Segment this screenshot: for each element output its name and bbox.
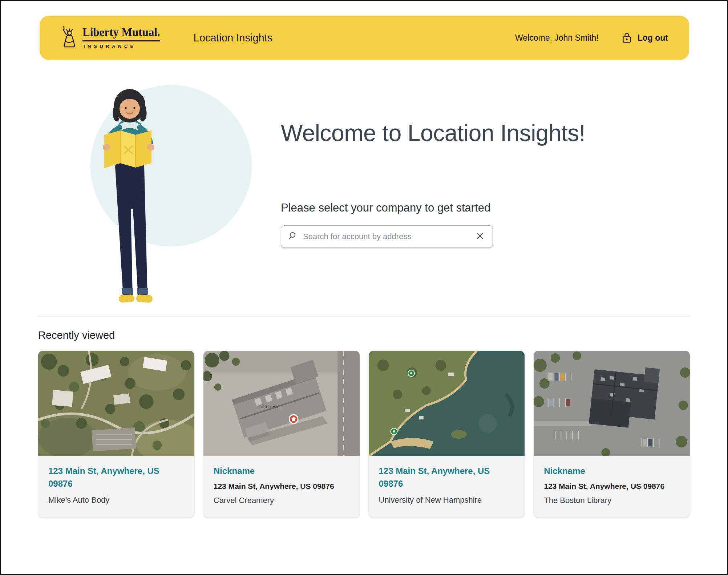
property-name: The Boston Library bbox=[544, 496, 680, 505]
recently-viewed-title: Recently viewed bbox=[38, 329, 690, 341]
app-title: Location Insights bbox=[194, 32, 273, 44]
map-marker-icon bbox=[391, 428, 397, 435]
hero-title: Welcome to Location Insights! bbox=[281, 120, 677, 147]
search-input[interactable] bbox=[302, 232, 469, 242]
brand-name: Liberty Mutual. bbox=[82, 27, 160, 41]
property-card[interactable]: Nickname 123 Main St, Anywhere, US 09876… bbox=[534, 351, 690, 518]
recently-viewed-section: Recently viewed bbox=[1, 329, 727, 518]
property-nickname-link[interactable]: Nickname bbox=[214, 465, 349, 478]
card-body: Nickname 123 Main St, Anywhere, US 09876… bbox=[203, 456, 360, 518]
property-address-link[interactable]: 123 Main St, Anywhere, US 09876 bbox=[379, 465, 515, 490]
satellite-image-building-parking bbox=[534, 351, 690, 456]
header-right: Welcome, John Smith! Log out bbox=[515, 32, 668, 44]
logout-button[interactable]: Log out bbox=[638, 33, 668, 43]
app-header: Liberty Mutual. INSURANCE Location Insig… bbox=[40, 16, 689, 60]
close-icon bbox=[475, 231, 485, 242]
satellite-image-campus bbox=[38, 351, 194, 456]
property-nickname-link[interactable]: Nickname bbox=[544, 465, 680, 478]
property-address: 123 Main St, Anywhere, US 09876 bbox=[214, 482, 349, 491]
section-divider bbox=[37, 317, 691, 317]
property-address: 123 Main St, Anywhere, US 09876 bbox=[544, 482, 680, 491]
card-list: 123 Main St, Anywhere, US 09876 Mike’s A… bbox=[38, 351, 690, 518]
property-card[interactable]: 123 Main St, Anywhere, US 09876 Mike’s A… bbox=[38, 351, 194, 518]
property-name: University of New Hampshire bbox=[379, 495, 515, 505]
clear-search-button[interactable] bbox=[474, 230, 486, 243]
map-marker-icon bbox=[408, 370, 414, 377]
property-card[interactable]: Pettee Hall Nickname 123 Main St, Anywhe… bbox=[203, 351, 360, 518]
search-icon bbox=[288, 231, 297, 242]
hero-content: Welcome to Location Insights! Please sel… bbox=[281, 120, 677, 248]
hero-subtitle: Please select your company to get starte… bbox=[281, 201, 677, 214]
brand-tagline: INSURANCE bbox=[82, 44, 160, 49]
search-box[interactable] bbox=[281, 225, 493, 248]
property-name: Mike’s Auto Body bbox=[48, 495, 184, 505]
satellite-image-coastal bbox=[369, 351, 525, 456]
card-body: 123 Main St, Anywhere, US 09876 Universi… bbox=[369, 456, 525, 517]
lock-icon bbox=[622, 32, 632, 44]
property-name: Carvel Creamery bbox=[214, 496, 349, 505]
brand-text: Liberty Mutual. INSURANCE bbox=[82, 27, 160, 49]
liberty-statue-icon bbox=[61, 25, 77, 51]
hero-section: Welcome to Location Insights! Please sel… bbox=[1, 60, 727, 317]
brand-logo[interactable]: Liberty Mutual. INSURANCE bbox=[61, 25, 160, 51]
welcome-text: Welcome, John Smith! bbox=[515, 33, 599, 43]
property-card[interactable]: 123 Main St, Anywhere, US 09876 Universi… bbox=[369, 351, 525, 518]
property-address-link[interactable]: 123 Main St, Anywhere, US 09876 bbox=[48, 465, 184, 490]
map-label: Pettee Hall bbox=[258, 404, 280, 409]
card-body: 123 Main St, Anywhere, US 09876 Mike’s A… bbox=[38, 456, 194, 517]
card-body: Nickname 123 Main St, Anywhere, US 09876… bbox=[534, 456, 690, 518]
page: Liberty Mutual. INSURANCE Location Insig… bbox=[0, 0, 728, 575]
map-pin-icon bbox=[289, 415, 298, 423]
map-person-illustration bbox=[88, 76, 252, 316]
satellite-image-rooftop: Pettee Hall bbox=[203, 351, 360, 456]
